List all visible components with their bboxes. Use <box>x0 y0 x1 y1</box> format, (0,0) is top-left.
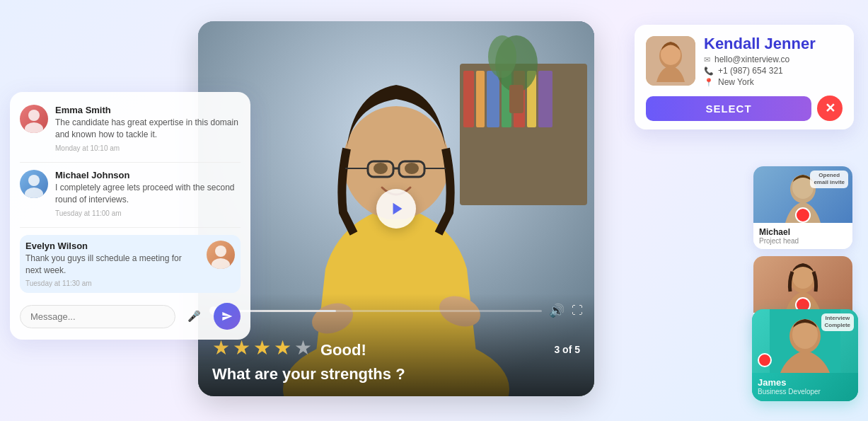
evelyn-time: Tuesday at 11:30 am <box>25 279 199 287</box>
email-icon: ✉ <box>704 55 710 64</box>
profile-actions: SELECT ✕ <box>646 96 843 121</box>
star-3: ★ <box>253 336 271 359</box>
svg-rect-8 <box>463 71 474 127</box>
mic-icon[interactable]: 🎤 <box>187 310 201 323</box>
profile-location-row: 📍 New York <box>704 77 816 87</box>
james-role: Business Developer <box>758 388 852 396</box>
star-5: ★ <box>294 336 312 359</box>
chat-divider-2 <box>20 227 241 228</box>
profile-email-row: ✉ hello@xinterview.co <box>704 54 816 64</box>
video-panel: 🔊 ⛶ ★ ★ ★ ★ ★ Good! What are your streng… <box>198 21 594 396</box>
candidate-card-michael[interactable]: Openedemail invite Michael Project head <box>753 166 852 249</box>
svg-point-4 <box>215 246 226 257</box>
message-input[interactable] <box>20 305 175 328</box>
video-counter: 3 of 5 <box>554 344 580 355</box>
michael-time: Tuesday at 11:00 am <box>55 209 241 217</box>
select-button[interactable]: SELECT <box>646 96 811 121</box>
james-info: James Business Developer <box>752 373 858 401</box>
chat-message-evelyn[interactable]: Evelyn Wilson Thank you guys ill schedul… <box>20 235 241 294</box>
james-avatar-bg: InterviewComplete <box>752 309 858 373</box>
video-bottom: ★ ★ ★ ★ ★ Good! What are your strengths … <box>198 294 594 396</box>
chat-panel: Emma Smith The candidate has great exper… <box>10 92 250 340</box>
chat-message-emma[interactable]: Emma Smith The candidate has great exper… <box>20 105 241 152</box>
emma-time: Monday at 10:10 am <box>55 144 241 152</box>
profile-location: New York <box>718 77 754 87</box>
phone-icon: 📞 <box>704 67 714 76</box>
svg-rect-10 <box>487 71 499 127</box>
svg-point-26 <box>374 163 388 174</box>
michael-name: Michael Johnson <box>55 170 241 180</box>
svg-rect-14 <box>538 71 552 127</box>
chat-input-row: 🎤 <box>20 303 241 330</box>
profile-phone: +1 (987) 654 321 <box>718 66 783 76</box>
avatar-evelyn <box>207 241 235 269</box>
emma-name: Emma Smith <box>55 105 241 115</box>
james-name: James <box>758 377 852 388</box>
svg-point-5 <box>212 258 230 269</box>
svg-rect-17 <box>509 85 523 113</box>
chat-input-wrapper: 🎤 <box>20 305 208 328</box>
play-button[interactable] <box>376 189 416 229</box>
close-button[interactable]: ✕ <box>817 96 843 121</box>
avatar-michael <box>20 170 48 198</box>
svg-point-3 <box>25 188 43 198</box>
profile-card-top: Kendall Jenner ✉ hello@xinterview.co 📞 +… <box>646 35 843 87</box>
michael-name: Michael <box>759 227 847 237</box>
evelyn-text: Thank you guys ill schedule a meeting fo… <box>25 253 199 277</box>
evelyn-message-content: Evelyn Wilson Thank you guys ill schedul… <box>25 241 199 288</box>
evelyn-name: Evelyn Wilson <box>25 241 199 251</box>
profile-name: Kendall Jenner <box>704 35 816 53</box>
james-card[interactable]: InterviewComplete James Business Develop… <box>752 309 858 401</box>
profile-card: Kendall Jenner ✉ hello@xinterview.co 📞 +… <box>635 25 854 129</box>
svg-rect-9 <box>476 71 485 127</box>
michael-message-content: Michael Johnson I completely agree lets … <box>55 170 241 217</box>
chat-divider-1 <box>20 162 241 163</box>
james-tag: InterviewComplete <box>821 313 854 331</box>
emma-text: The candidate has great expertise in thi… <box>55 117 241 142</box>
michael-role: Project head <box>759 237 847 245</box>
rating-label: Good! <box>320 341 366 359</box>
star-4: ★ <box>274 336 291 359</box>
svg-point-37 <box>792 266 814 289</box>
michael-text: I completely agree lets proceed with the… <box>55 182 241 207</box>
profile-email: hello@xinterview.co <box>714 54 789 64</box>
svg-point-27 <box>405 163 419 174</box>
svg-point-1 <box>25 122 43 133</box>
video-background: 🔊 ⛶ ★ ★ ★ ★ ★ Good! What are your streng… <box>198 21 594 396</box>
michael-record-dot <box>795 207 811 223</box>
svg-point-0 <box>28 110 40 121</box>
emma-message-content: Emma Smith The candidate has great exper… <box>55 105 241 152</box>
michael-info: Michael Project head <box>753 223 852 249</box>
profile-avatar <box>646 36 695 86</box>
profile-phone-row: 📞 +1 (987) 654 321 <box>704 66 816 76</box>
send-button[interactable] <box>214 303 241 330</box>
svg-point-2 <box>28 175 40 186</box>
chat-message-michael[interactable]: Michael Johnson I completely agree lets … <box>20 170 241 217</box>
location-icon: 📍 <box>704 78 714 87</box>
michael-tag: Openedemail invite <box>810 171 848 188</box>
profile-details: Kendall Jenner ✉ hello@xinterview.co 📞 +… <box>704 35 816 87</box>
svg-point-16 <box>488 35 516 78</box>
svg-marker-30 <box>393 203 402 215</box>
video-question: What are your strengths ? <box>212 365 580 383</box>
avatar-emma <box>20 105 48 133</box>
james-record-dot <box>758 353 772 367</box>
